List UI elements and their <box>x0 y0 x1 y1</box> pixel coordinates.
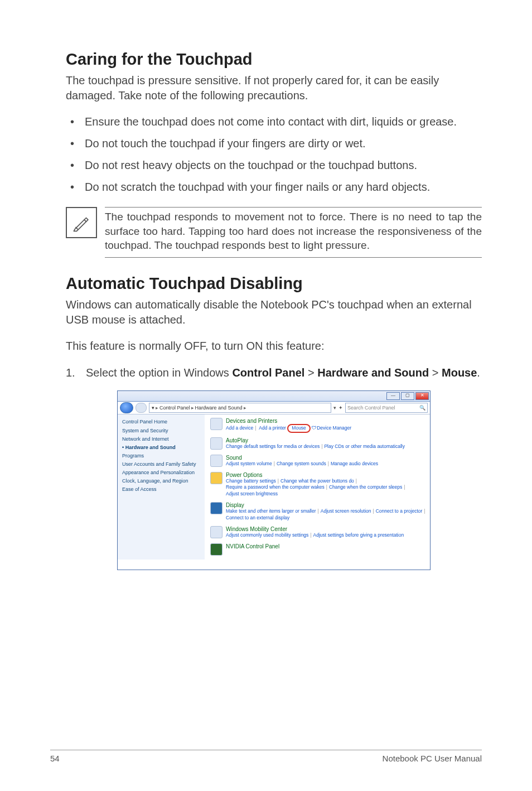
group-title[interactable]: Devices and Printers <box>226 418 424 424</box>
back-button[interactable] <box>120 402 133 413</box>
note-text: The touchpad responds to movement not to… <box>105 207 482 258</box>
note-icon <box>66 207 97 238</box>
nvidia-icon <box>210 543 223 556</box>
bold-hardware-sound: Hardware and Sound <box>317 366 429 379</box>
bullet-item: Ensure the touchpad does not come into c… <box>66 114 482 129</box>
bold-mouse: Mouse <box>442 366 477 379</box>
link[interactable]: Adjust system volume <box>226 461 272 466</box>
group-nvidia: NVIDIA Control Panel <box>210 543 424 556</box>
breadcrumb-item[interactable]: Control Panel <box>159 405 190 411</box>
group-display: Display Make text and other items larger… <box>210 502 424 522</box>
link-device-manager[interactable]: Device Manager <box>317 425 351 431</box>
search-input[interactable]: Search Control Panel 🔍 <box>345 403 428 413</box>
group-title[interactable]: Windows Mobility Center <box>226 526 424 532</box>
close-button[interactable]: ✕ <box>415 392 429 400</box>
group-title[interactable]: AutoPlay <box>226 437 424 443</box>
link-mouse-highlighted[interactable]: Mouse <box>287 424 311 433</box>
main-content: Devices and Printers Add a device| Add a… <box>205 414 430 560</box>
step-dot: . <box>477 366 480 379</box>
group-title[interactable]: Power Options <box>226 472 424 478</box>
group-title[interactable]: Sound <box>226 455 424 461</box>
sidebar-item[interactable]: System and Security <box>122 428 200 433</box>
sidebar-item[interactable]: Appearance and Personalization <box>122 470 200 475</box>
address-bar: ▾ ▸ Control Panel ▸ Hardware and Sound ▸… <box>118 402 430 414</box>
search-icon: 🔍 <box>419 405 425 411</box>
group-title[interactable]: Display <box>226 502 427 508</box>
link[interactable]: Change system sounds <box>277 461 326 466</box>
auto-paragraph-2: This feature is normally OFF, to turn ON… <box>66 339 482 354</box>
minimize-button[interactable]: — <box>386 392 400 400</box>
power-icon <box>210 472 223 484</box>
mobility-icon <box>210 526 223 538</box>
step-number: 1. <box>66 365 75 380</box>
forward-button[interactable] <box>136 403 147 413</box>
maximize-button[interactable]: ▢ <box>401 392 414 400</box>
group-title[interactable]: NVIDIA Control Panel <box>226 543 424 549</box>
breadcrumb-item[interactable]: Hardware and Sound <box>195 405 243 411</box>
sidebar-item[interactable]: Network and Internet <box>122 436 200 442</box>
link[interactable]: Play CDs or other media automatically <box>324 443 405 449</box>
link[interactable]: Change what the power buttons do <box>280 478 354 484</box>
link[interactable]: Adjust screen resolution <box>321 508 371 514</box>
sidebar-item[interactable]: Programs <box>122 453 200 459</box>
breadcrumb[interactable]: ▾ ▸ Control Panel ▸ Hardware and Sound ▸ <box>149 403 331 413</box>
sidebar-item[interactable]: Ease of Access <box>122 486 200 492</box>
sound-icon <box>210 455 223 467</box>
steps-list: 1. Select the option in Windows Control … <box>66 365 482 380</box>
auto-paragraph-1: Windows can automatically disable the No… <box>66 297 482 327</box>
group-devices: Devices and Printers Add a device| Add a… <box>210 418 424 433</box>
link[interactable]: Adjust screen brightness <box>226 491 278 496</box>
sidebar: Control Panel Home System and Security N… <box>118 414 205 560</box>
autoplay-icon <box>210 437 223 450</box>
precautions-list: Ensure the touchpad does not come into c… <box>66 114 482 195</box>
bullet-item: Do not scratch the touchpad with your fi… <box>66 180 482 195</box>
link[interactable]: Adjust commonly used mobility settings <box>226 532 308 538</box>
link-add-device[interactable]: Add a device <box>226 425 253 431</box>
manual-page: Caring for the Touchpad The touchpad is … <box>0 0 532 791</box>
bullet-item: Do not rest heavy objects on the touchpa… <box>66 158 482 173</box>
intro-paragraph: The touchpad is pressure sensitive. If n… <box>66 73 482 103</box>
step-sep: > <box>304 366 317 379</box>
sidebar-item[interactable]: Clock, Language, and Region <box>122 478 200 484</box>
link[interactable]: Require a password when the computer wak… <box>226 484 325 490</box>
sidebar-home[interactable]: Control Panel Home <box>122 419 200 425</box>
note-callout: The touchpad responds to movement not to… <box>66 207 482 258</box>
link[interactable]: Manage audio devices <box>331 461 378 466</box>
step-item: 1. Select the option in Windows Control … <box>66 365 482 380</box>
sidebar-item[interactable]: User Accounts and Family Safety <box>122 461 200 467</box>
devices-icon <box>210 418 223 430</box>
bullet-item: Do not touch the touchpad if your finger… <box>66 136 482 151</box>
search-placeholder: Search Control Panel <box>347 405 395 411</box>
step-sep: > <box>429 366 442 379</box>
breadcrumb-item[interactable]: ▾ <box>152 405 154 411</box>
section-title-auto: Automatic Touchpad Disabling <box>66 274 482 293</box>
group-sound: Sound Adjust system volume|Change system… <box>210 455 424 467</box>
link[interactable]: Change default settings for media or dev… <box>226 443 320 449</box>
section-title-caring: Caring for the Touchpad <box>66 50 482 69</box>
step-text: Select the option in Windows <box>86 366 232 379</box>
display-icon <box>210 502 223 514</box>
link[interactable]: Change when the computer sleeps <box>329 484 402 490</box>
control-panel-screenshot: — ▢ ✕ ▾ ▸ Control Panel ▸ Hardware and S… <box>117 390 431 570</box>
bold-control-panel: Control Panel <box>232 366 304 379</box>
page-footer: 54 Notebook PC User Manual <box>50 750 482 763</box>
group-power: Power Options Change battery settings|Ch… <box>210 472 424 498</box>
footer-title: Notebook PC User Manual <box>383 754 482 763</box>
link[interactable]: Connect to an external display <box>226 515 289 520</box>
link[interactable]: Change battery settings <box>226 478 276 484</box>
window-titlebar: — ▢ ✕ <box>118 391 430 402</box>
group-autoplay: AutoPlay Change default settings for med… <box>210 437 424 450</box>
link[interactable]: Make text and other items larger or smal… <box>226 508 316 514</box>
page-number: 54 <box>50 754 60 763</box>
link-add-printer[interactable]: Add a printer <box>259 425 286 431</box>
group-mobility: Windows Mobility Center Adjust commonly … <box>210 526 424 539</box>
sidebar-item-active[interactable]: Hardware and Sound <box>122 445 200 450</box>
link[interactable]: Connect to a projector <box>376 508 423 514</box>
link[interactable]: Adjust settings before giving a presenta… <box>313 532 404 538</box>
